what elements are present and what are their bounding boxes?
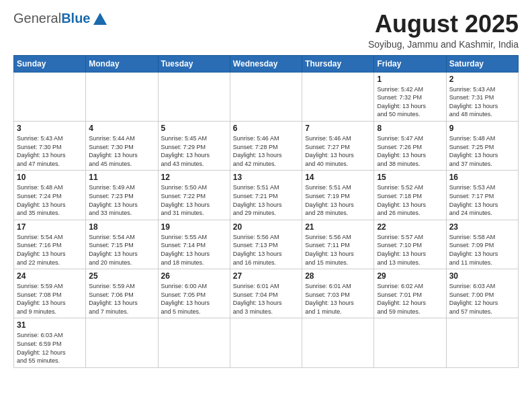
day-info: Sunrise: 5:50 AM Sunset: 7:22 PM Dayligh…: [161, 183, 227, 217]
day-number: 20: [233, 222, 299, 232]
day-number: 30: [449, 271, 515, 281]
calendar-cell: 27Sunrise: 6:01 AM Sunset: 7:04 PM Dayli…: [230, 269, 302, 318]
day-number: 7: [305, 124, 371, 133]
calendar-cell: 17Sunrise: 5:54 AM Sunset: 7:16 PM Dayli…: [14, 220, 86, 269]
day-number: 27: [233, 271, 299, 281]
day-info: Sunrise: 5:52 AM Sunset: 7:18 PM Dayligh…: [377, 183, 443, 217]
calendar-cell: [14, 72, 86, 121]
day-info: Sunrise: 5:42 AM Sunset: 7:32 PM Dayligh…: [377, 85, 443, 119]
day-number: 16: [449, 173, 515, 182]
calendar-cell: [86, 72, 158, 121]
weekday-header-wednesday: Wednesday: [230, 55, 302, 72]
day-info: Sunrise: 5:46 AM Sunset: 7:27 PM Dayligh…: [305, 134, 371, 168]
logo: General Blue: [13, 11, 107, 26]
week-row-2: 3Sunrise: 5:43 AM Sunset: 7:30 PM Daylig…: [14, 121, 519, 170]
day-info: Sunrise: 6:01 AM Sunset: 7:03 PM Dayligh…: [305, 282, 371, 316]
location: Soyibug, Jammu and Kashmir, India: [368, 39, 519, 50]
logo-general-text: General: [13, 11, 61, 26]
calendar-cell: 14Sunrise: 5:51 AM Sunset: 7:19 PM Dayli…: [302, 171, 374, 220]
day-info: Sunrise: 5:56 AM Sunset: 7:13 PM Dayligh…: [233, 233, 299, 267]
calendar-cell: 6Sunrise: 5:46 AM Sunset: 7:28 PM Daylig…: [230, 121, 302, 170]
day-info: Sunrise: 5:58 AM Sunset: 7:09 PM Dayligh…: [449, 233, 515, 267]
calendar-cell: 31Sunrise: 6:03 AM Sunset: 6:59 PM Dayli…: [14, 318, 86, 367]
day-info: Sunrise: 5:59 AM Sunset: 7:08 PM Dayligh…: [17, 282, 83, 316]
calendar-cell: 19Sunrise: 5:55 AM Sunset: 7:14 PM Dayli…: [158, 220, 230, 269]
day-info: Sunrise: 5:54 AM Sunset: 7:15 PM Dayligh…: [89, 233, 154, 267]
calendar-cell: 4Sunrise: 5:44 AM Sunset: 7:30 PM Daylig…: [86, 121, 158, 170]
day-info: Sunrise: 5:55 AM Sunset: 7:14 PM Dayligh…: [161, 233, 227, 267]
day-info: Sunrise: 5:47 AM Sunset: 7:26 PM Dayligh…: [377, 134, 443, 168]
day-number: 17: [17, 222, 83, 232]
week-row-6: 31Sunrise: 6:03 AM Sunset: 6:59 PM Dayli…: [14, 318, 519, 367]
weekday-header-row: SundayMondayTuesdayWednesdayThursdayFrid…: [14, 55, 519, 72]
day-info: Sunrise: 6:02 AM Sunset: 7:01 PM Dayligh…: [377, 282, 443, 316]
day-number: 15: [377, 173, 443, 182]
calendar-cell: [230, 72, 302, 121]
calendar-cell: [302, 72, 374, 121]
calendar-cell: 12Sunrise: 5:50 AM Sunset: 7:22 PM Dayli…: [158, 171, 230, 220]
day-number: 3: [17, 124, 83, 133]
day-info: Sunrise: 5:51 AM Sunset: 7:19 PM Dayligh…: [305, 183, 371, 217]
day-number: 26: [161, 271, 227, 281]
day-info: Sunrise: 5:48 AM Sunset: 7:25 PM Dayligh…: [449, 134, 515, 168]
day-number: 9: [449, 124, 515, 133]
day-number: 24: [17, 271, 83, 281]
day-number: 5: [161, 124, 227, 133]
calendar-cell: 21Sunrise: 5:56 AM Sunset: 7:11 PM Dayli…: [302, 220, 374, 269]
calendar-cell: 9Sunrise: 5:48 AM Sunset: 7:25 PM Daylig…: [446, 121, 518, 170]
calendar-cell: 3Sunrise: 5:43 AM Sunset: 7:30 PM Daylig…: [14, 121, 86, 170]
calendar-cell: 29Sunrise: 6:02 AM Sunset: 7:01 PM Dayli…: [374, 269, 446, 318]
calendar-cell: 22Sunrise: 5:57 AM Sunset: 7:10 PM Dayli…: [374, 220, 446, 269]
weekday-header-monday: Monday: [86, 55, 158, 72]
calendar-cell: [446, 318, 518, 367]
calendar-cell: [230, 318, 302, 367]
day-number: 1: [377, 75, 443, 84]
week-row-1: 1Sunrise: 5:42 AM Sunset: 7:32 PM Daylig…: [14, 72, 519, 121]
weekday-header-thursday: Thursday: [302, 55, 374, 72]
weekday-header-tuesday: Tuesday: [158, 55, 230, 72]
calendar-cell: 1Sunrise: 5:42 AM Sunset: 7:32 PM Daylig…: [374, 72, 446, 121]
day-number: 2: [449, 75, 515, 84]
day-number: 18: [89, 222, 154, 232]
day-info: Sunrise: 5:53 AM Sunset: 7:17 PM Dayligh…: [449, 183, 515, 217]
day-number: 22: [377, 222, 443, 232]
logo-triangle-icon: [93, 12, 107, 26]
calendar-cell: 8Sunrise: 5:47 AM Sunset: 7:26 PM Daylig…: [374, 121, 446, 170]
day-number: 28: [305, 271, 371, 281]
day-number: 8: [377, 124, 443, 133]
calendar-cell: 30Sunrise: 6:03 AM Sunset: 7:00 PM Dayli…: [446, 269, 518, 318]
day-number: 31: [17, 320, 83, 330]
day-info: Sunrise: 5:49 AM Sunset: 7:23 PM Dayligh…: [89, 183, 154, 217]
svg-marker-0: [93, 13, 107, 25]
month-year: August 2025: [368, 11, 519, 38]
calendar-table: SundayMondayTuesdayWednesdayThursdayFrid…: [13, 55, 519, 368]
day-info: Sunrise: 5:59 AM Sunset: 7:06 PM Dayligh…: [89, 282, 154, 316]
weekday-header-sunday: Sunday: [14, 55, 86, 72]
calendar-cell: 18Sunrise: 5:54 AM Sunset: 7:15 PM Dayli…: [86, 220, 158, 269]
calendar-cell: [302, 318, 374, 367]
day-info: Sunrise: 5:57 AM Sunset: 7:10 PM Dayligh…: [377, 233, 443, 267]
day-number: 6: [233, 124, 299, 133]
calendar-cell: 10Sunrise: 5:48 AM Sunset: 7:24 PM Dayli…: [14, 171, 86, 220]
day-info: Sunrise: 5:51 AM Sunset: 7:21 PM Dayligh…: [233, 183, 299, 217]
header: General Blue August 2025 Soyibug, Jammu …: [13, 11, 519, 50]
logo-blue-text: Blue: [61, 11, 90, 26]
day-number: 19: [161, 222, 227, 232]
day-number: 12: [161, 173, 227, 182]
calendar-cell: 20Sunrise: 5:56 AM Sunset: 7:13 PM Dayli…: [230, 220, 302, 269]
calendar-cell: 26Sunrise: 6:00 AM Sunset: 7:05 PM Dayli…: [158, 269, 230, 318]
day-info: Sunrise: 6:03 AM Sunset: 7:00 PM Dayligh…: [449, 282, 515, 316]
day-number: 29: [377, 271, 443, 281]
calendar-cell: 28Sunrise: 6:01 AM Sunset: 7:03 PM Dayli…: [302, 269, 374, 318]
day-info: Sunrise: 5:45 AM Sunset: 7:29 PM Dayligh…: [161, 134, 227, 168]
day-number: 13: [233, 173, 299, 182]
calendar-cell: 5Sunrise: 5:45 AM Sunset: 7:29 PM Daylig…: [158, 121, 230, 170]
day-number: 25: [89, 271, 154, 281]
calendar-cell: 24Sunrise: 5:59 AM Sunset: 7:08 PM Dayli…: [14, 269, 86, 318]
calendar-cell: 23Sunrise: 5:58 AM Sunset: 7:09 PM Dayli…: [446, 220, 518, 269]
day-number: 11: [89, 173, 154, 182]
day-info: Sunrise: 5:48 AM Sunset: 7:24 PM Dayligh…: [17, 183, 83, 217]
day-number: 23: [449, 222, 515, 232]
day-info: Sunrise: 6:00 AM Sunset: 7:05 PM Dayligh…: [161, 282, 227, 316]
calendar-cell: [158, 72, 230, 121]
